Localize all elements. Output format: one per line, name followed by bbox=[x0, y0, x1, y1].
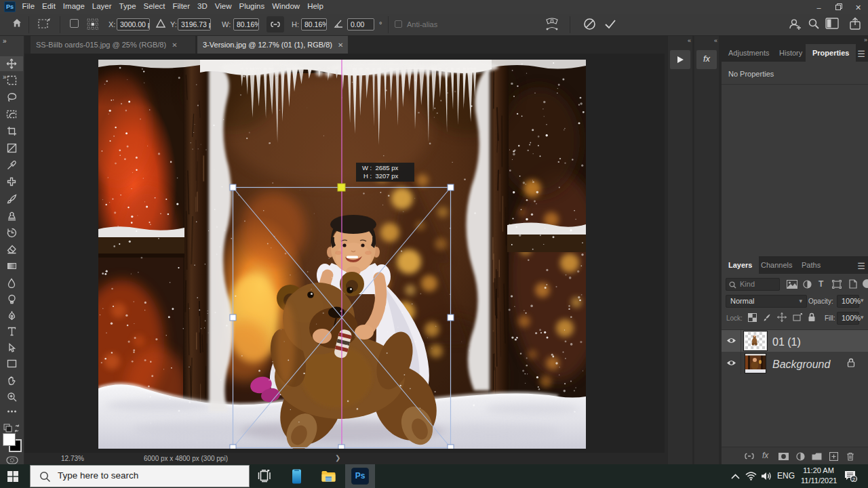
svg-text:2: 2 bbox=[852, 476, 856, 482]
svg-text:W : 2685 px: W : 2685 px bbox=[362, 164, 399, 171]
svg-text:H : 3207 px: H : 3207 px bbox=[363, 172, 398, 180]
